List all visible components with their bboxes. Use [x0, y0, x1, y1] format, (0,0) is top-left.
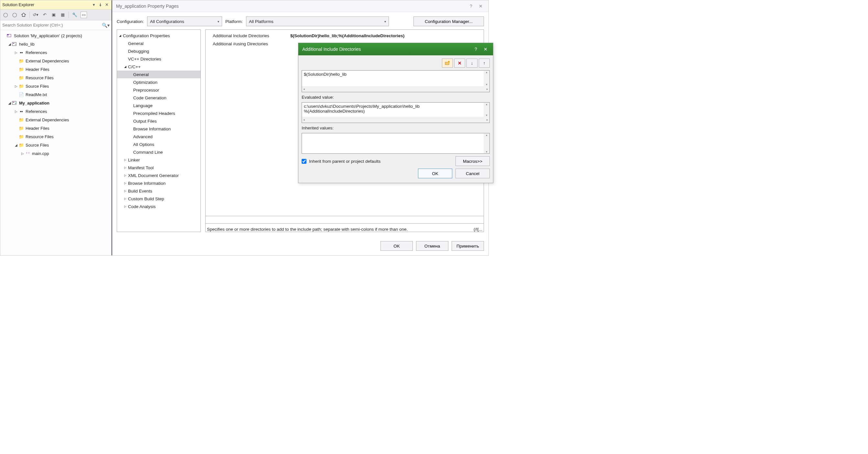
- tree-custombuild[interactable]: ▷Custom Build Step: [117, 195, 200, 203]
- separator: [29, 12, 30, 18]
- project-hello-lib[interactable]: ◢ + hello_lib: [0, 40, 112, 48]
- tree-browseinfo[interactable]: ▷Browse Information: [117, 179, 200, 187]
- tree-c-language[interactable]: Language: [117, 102, 200, 109]
- cancel-button[interactable]: Отмена: [416, 241, 448, 251]
- platform-combo[interactable]: All Platforms ▾: [246, 17, 389, 26]
- tree-codeanalysis[interactable]: ▷Code Analysis: [117, 203, 200, 210]
- help-icon[interactable]: ?: [472, 46, 479, 53]
- tree-c-alloptions[interactable]: All Options: [117, 140, 200, 148]
- show-all-icon[interactable]: ▦: [60, 12, 66, 18]
- properties-tree: ◢Configuration Properties General Debugg…: [117, 29, 201, 232]
- tree-c-outfiles[interactable]: Output Files: [117, 117, 200, 125]
- header-files-node[interactable]: 📁Header Files: [0, 124, 112, 132]
- collapse-icon[interactable]: ▣: [51, 12, 57, 18]
- properties-icon[interactable]: 🔧: [71, 12, 78, 18]
- close-icon[interactable]: ✕: [477, 2, 485, 10]
- folder-icon: 📁: [19, 76, 24, 80]
- close-icon[interactable]: ✕: [482, 46, 489, 53]
- pin-icon[interactable]: [97, 2, 103, 8]
- inherit-checkbox-label: Inherit from parent or project defaults: [309, 159, 380, 164]
- references-icon: ▪▪: [19, 50, 24, 55]
- refresh-icon[interactable]: ↶: [41, 12, 48, 18]
- tree-manifest[interactable]: ▷Manifest Tool: [117, 164, 200, 171]
- help-icon[interactable]: ?: [467, 2, 475, 10]
- tree-c-codegen[interactable]: Code Generation: [117, 94, 200, 102]
- cpp-file-icon: ⁺⁺: [25, 151, 31, 156]
- new-folder-icon[interactable]: ★: [442, 59, 453, 68]
- tree-config-props[interactable]: ◢Configuration Properties: [117, 32, 200, 39]
- inherit-checkbox[interactable]: [302, 159, 307, 164]
- home-icon[interactable]: [20, 12, 27, 18]
- tree-ccpp[interactable]: ◢C/C++: [117, 63, 200, 70]
- tree-c-advanced[interactable]: Advanced: [117, 133, 200, 140]
- tree-linker[interactable]: ▷Linker: [117, 156, 200, 164]
- source-files-node[interactable]: ▷📁Source Files: [0, 82, 112, 90]
- delete-icon[interactable]: ✕: [454, 59, 465, 68]
- resource-files-node[interactable]: 📁Resource Files: [0, 74, 112, 82]
- evaluated-value-box: c:\users\dvkuz\Documents\Projects\My_app…: [302, 102, 490, 123]
- external-deps-node[interactable]: 📁External Dependencies: [0, 57, 112, 65]
- vertical-scrollbar[interactable]: ▴▾: [484, 133, 490, 153]
- list-item[interactable]: $(SolutionDir)hello_lib: [304, 72, 488, 77]
- tree-vcdirs[interactable]: VC++ Directories: [117, 55, 200, 63]
- solution-explorer-title: Solution Explorer: [2, 2, 90, 7]
- svg-rect-1: [7, 34, 9, 35]
- readme-node[interactable]: 📄ReadMe.txt: [0, 90, 112, 99]
- tree-c-pch[interactable]: Precompiled Headers: [117, 109, 200, 117]
- property-value: $(SolutionDir)hello_lib;%(AdditionalIncl…: [290, 33, 482, 38]
- tree-c-preprocessor[interactable]: Preprocessor: [117, 86, 200, 94]
- move-down-icon[interactable]: ↓: [466, 59, 477, 68]
- main-cpp-node[interactable]: ▷⁺⁺main.cpp: [0, 149, 112, 158]
- ok-button[interactable]: OK: [418, 169, 452, 178]
- additional-include-dirs-dialog: Additional Include Directories ? ✕ ★ ✕ ↓: [298, 43, 493, 183]
- configuration-combo[interactable]: All Configurations ▾: [147, 17, 222, 26]
- apply-button[interactable]: Применить: [452, 241, 484, 251]
- node-label: Resource Files: [26, 134, 54, 139]
- tree-xmldoc[interactable]: ▷XML Document Generator: [117, 171, 200, 179]
- tree-label: VC++ Directories: [128, 57, 161, 61]
- preview-icon[interactable]: ▭: [81, 12, 87, 18]
- folder-icon: 📁: [19, 84, 24, 89]
- solution-icon: [7, 33, 12, 38]
- tree-buildevents[interactable]: ▷Build Events: [117, 187, 200, 195]
- node-label: Header Files: [26, 126, 50, 131]
- vertical-scrollbar[interactable]: ▴▾: [484, 70, 490, 86]
- references-node[interactable]: ▷▪▪References: [0, 48, 112, 57]
- configuration-manager-button[interactable]: Configuration Manager...: [413, 17, 484, 26]
- cancel-button[interactable]: Cancel: [456, 169, 490, 178]
- solution-node[interactable]: Solution 'My_application' (2 projects): [0, 31, 112, 40]
- forward-icon[interactable]: ◯: [11, 12, 18, 18]
- tree-c-optimization[interactable]: Optimization: [117, 78, 200, 86]
- inherit-checkbox-row[interactable]: Inherit from parent or project defaults: [302, 159, 380, 164]
- directories-list[interactable]: $(SolutionDir)hello_lib ▴▾ ◂▸: [302, 70, 490, 92]
- ok-button[interactable]: OK: [380, 241, 413, 251]
- config-platform-row: Configuration: All Configurations ▾ Plat…: [112, 12, 489, 29]
- tree-general[interactable]: General: [117, 39, 200, 47]
- tree-debugging[interactable]: Debugging: [117, 47, 200, 55]
- tree-label: All Options: [133, 142, 154, 147]
- property-row[interactable]: Additional Include Directories $(Solutio…: [206, 32, 484, 40]
- vertical-scrollbar[interactable]: ▴▾: [484, 103, 490, 117]
- horizontal-scrollbar[interactable]: ◂▸: [302, 117, 490, 123]
- horizontal-scrollbar[interactable]: ◂▸: [302, 86, 490, 92]
- back-icon[interactable]: ◯: [2, 12, 9, 18]
- node-label: Resource Files: [26, 76, 54, 80]
- move-up-icon[interactable]: ↑: [479, 59, 490, 68]
- search-input[interactable]: [2, 23, 102, 28]
- external-deps-node[interactable]: 📁External Dependencies: [0, 115, 112, 124]
- node-label: External Dependencies: [26, 117, 69, 122]
- tree-label: Preprocessor: [133, 88, 159, 92]
- search-icon[interactable]: 🔍▾: [102, 23, 110, 28]
- tree-c-cmdline[interactable]: Command Line: [117, 148, 200, 156]
- close-icon[interactable]: ✕: [104, 2, 110, 8]
- macros-button[interactable]: Macros>>: [456, 156, 490, 166]
- references-node[interactable]: ▷▪▪References: [0, 107, 112, 115]
- resource-files-node[interactable]: 📁Resource Files: [0, 132, 112, 141]
- project-my-application[interactable]: ◢ + My_application: [0, 99, 112, 107]
- dropdown-icon[interactable]: ▾: [91, 2, 97, 8]
- tree-c-browse[interactable]: Browse Information: [117, 125, 200, 133]
- tree-c-general[interactable]: General: [117, 70, 200, 78]
- source-files-node[interactable]: ◢📁Source Files: [0, 141, 112, 149]
- header-files-node[interactable]: 📁Header Files: [0, 65, 112, 74]
- sync-icon[interactable]: ↺▾: [32, 12, 39, 18]
